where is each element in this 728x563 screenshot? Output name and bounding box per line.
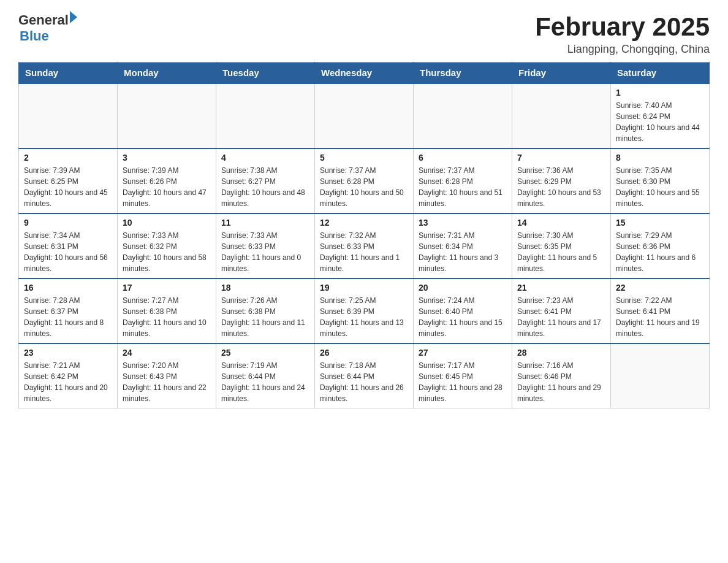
day-info: Sunrise: 7:31 AMSunset: 6:34 PMDaylight:… <box>419 230 507 274</box>
calendar-week-row: 2Sunrise: 7:39 AMSunset: 6:25 PMDaylight… <box>19 148 710 213</box>
calendar-day-cell: 23Sunrise: 7:21 AMSunset: 6:42 PMDayligh… <box>19 343 118 408</box>
day-info: Sunrise: 7:19 AMSunset: 6:44 PMDaylight:… <box>221 360 309 404</box>
day-number: 13 <box>419 218 507 228</box>
day-info: Sunrise: 7:38 AMSunset: 6:27 PMDaylight:… <box>221 165 309 209</box>
calendar-subtitle: Liangping, Chongqing, China <box>535 43 710 56</box>
calendar-day-cell: 5Sunrise: 7:37 AMSunset: 6:28 PMDaylight… <box>315 148 414 213</box>
calendar-day-cell: 27Sunrise: 7:17 AMSunset: 6:45 PMDayligh… <box>414 343 512 408</box>
calendar-day-cell: 8Sunrise: 7:35 AMSunset: 6:30 PMDaylight… <box>611 148 710 213</box>
day-of-week-header: Thursday <box>414 63 512 84</box>
day-number: 1 <box>616 88 704 98</box>
day-info: Sunrise: 7:39 AMSunset: 6:25 PMDaylight:… <box>24 165 112 209</box>
day-info: Sunrise: 7:34 AMSunset: 6:31 PMDaylight:… <box>24 230 112 274</box>
day-number: 8 <box>616 153 704 163</box>
day-of-week-header: Friday <box>512 63 611 84</box>
logo-general-text: General <box>18 12 69 28</box>
day-number: 18 <box>221 283 309 293</box>
day-number: 21 <box>517 283 605 293</box>
calendar-day-cell: 20Sunrise: 7:24 AMSunset: 6:40 PMDayligh… <box>414 278 512 343</box>
calendar-title-block: February 2025 Liangping, Chongqing, Chin… <box>535 12 710 56</box>
day-info: Sunrise: 7:24 AMSunset: 6:40 PMDaylight:… <box>419 295 507 339</box>
day-info: Sunrise: 7:40 AMSunset: 6:24 PMDaylight:… <box>616 100 704 144</box>
day-of-week-header: Tuesday <box>216 63 315 84</box>
day-number: 10 <box>123 218 211 228</box>
calendar-day-cell: 19Sunrise: 7:25 AMSunset: 6:39 PMDayligh… <box>315 278 414 343</box>
day-info: Sunrise: 7:17 AMSunset: 6:45 PMDaylight:… <box>419 360 507 404</box>
calendar-title: February 2025 <box>535 12 710 42</box>
day-info: Sunrise: 7:25 AMSunset: 6:39 PMDaylight:… <box>320 295 408 339</box>
calendar-day-cell: 16Sunrise: 7:28 AMSunset: 6:37 PMDayligh… <box>19 278 118 343</box>
day-number: 25 <box>221 348 309 358</box>
calendar-day-cell: 10Sunrise: 7:33 AMSunset: 6:32 PMDayligh… <box>118 213 216 278</box>
day-number: 28 <box>517 348 605 358</box>
day-of-week-header: Wednesday <box>315 63 414 84</box>
calendar-day-cell <box>216 83 315 148</box>
day-number: 22 <box>616 283 704 293</box>
calendar-day-cell: 26Sunrise: 7:18 AMSunset: 6:44 PMDayligh… <box>315 343 414 408</box>
day-number: 17 <box>123 283 211 293</box>
calendar-day-cell <box>611 343 710 408</box>
calendar-day-cell: 4Sunrise: 7:38 AMSunset: 6:27 PMDaylight… <box>216 148 315 213</box>
day-number: 15 <box>616 218 704 228</box>
day-info: Sunrise: 7:18 AMSunset: 6:44 PMDaylight:… <box>320 360 408 404</box>
calendar-day-cell <box>414 83 512 148</box>
calendar-day-cell: 1Sunrise: 7:40 AMSunset: 6:24 PMDaylight… <box>611 83 710 148</box>
day-info: Sunrise: 7:37 AMSunset: 6:28 PMDaylight:… <box>419 165 507 209</box>
calendar-day-cell: 11Sunrise: 7:33 AMSunset: 6:33 PMDayligh… <box>216 213 315 278</box>
day-number: 7 <box>517 153 605 163</box>
day-of-week-header: Saturday <box>611 63 710 84</box>
calendar-day-cell: 15Sunrise: 7:29 AMSunset: 6:36 PMDayligh… <box>611 213 710 278</box>
day-info: Sunrise: 7:27 AMSunset: 6:38 PMDaylight:… <box>123 295 211 339</box>
day-number: 24 <box>123 348 211 358</box>
page-header: General Blue February 2025 Liangping, Ch… <box>18 12 710 56</box>
day-info: Sunrise: 7:35 AMSunset: 6:30 PMDaylight:… <box>616 165 704 209</box>
day-number: 11 <box>221 218 309 228</box>
day-number: 27 <box>419 348 507 358</box>
day-number: 6 <box>419 153 507 163</box>
day-number: 5 <box>320 153 408 163</box>
calendar-day-cell <box>512 83 611 148</box>
day-of-week-header: Sunday <box>19 63 118 84</box>
day-number: 19 <box>320 283 408 293</box>
calendar-day-cell: 24Sunrise: 7:20 AMSunset: 6:43 PMDayligh… <box>118 343 216 408</box>
day-info: Sunrise: 7:28 AMSunset: 6:37 PMDaylight:… <box>24 295 112 339</box>
day-number: 2 <box>24 153 112 163</box>
calendar-day-cell <box>118 83 216 148</box>
calendar-day-cell: 25Sunrise: 7:19 AMSunset: 6:44 PMDayligh… <box>216 343 315 408</box>
calendar-day-cell: 12Sunrise: 7:32 AMSunset: 6:33 PMDayligh… <box>315 213 414 278</box>
calendar-day-cell: 6Sunrise: 7:37 AMSunset: 6:28 PMDaylight… <box>414 148 512 213</box>
calendar-week-row: 1Sunrise: 7:40 AMSunset: 6:24 PMDaylight… <box>19 83 710 148</box>
logo: General Blue <box>18 12 77 44</box>
calendar-day-cell: 17Sunrise: 7:27 AMSunset: 6:38 PMDayligh… <box>118 278 216 343</box>
day-info: Sunrise: 7:39 AMSunset: 6:26 PMDaylight:… <box>123 165 211 209</box>
calendar-week-row: 16Sunrise: 7:28 AMSunset: 6:37 PMDayligh… <box>19 278 710 343</box>
calendar-day-cell: 21Sunrise: 7:23 AMSunset: 6:41 PMDayligh… <box>512 278 611 343</box>
calendar-day-cell: 3Sunrise: 7:39 AMSunset: 6:26 PMDaylight… <box>118 148 216 213</box>
day-number: 3 <box>123 153 211 163</box>
day-info: Sunrise: 7:33 AMSunset: 6:33 PMDaylight:… <box>221 230 309 274</box>
calendar-day-cell: 18Sunrise: 7:26 AMSunset: 6:38 PMDayligh… <box>216 278 315 343</box>
day-info: Sunrise: 7:32 AMSunset: 6:33 PMDaylight:… <box>320 230 408 274</box>
day-info: Sunrise: 7:23 AMSunset: 6:41 PMDaylight:… <box>517 295 605 339</box>
calendar-day-cell: 9Sunrise: 7:34 AMSunset: 6:31 PMDaylight… <box>19 213 118 278</box>
day-number: 20 <box>419 283 507 293</box>
calendar-day-cell <box>315 83 414 148</box>
day-number: 16 <box>24 283 112 293</box>
day-info: Sunrise: 7:21 AMSunset: 6:42 PMDaylight:… <box>24 360 112 404</box>
calendar-day-cell <box>19 83 118 148</box>
logo-blue-text: Blue <box>20 28 77 44</box>
day-info: Sunrise: 7:36 AMSunset: 6:29 PMDaylight:… <box>517 165 605 209</box>
calendar-header: SundayMondayTuesdayWednesdayThursdayFrid… <box>19 63 710 84</box>
calendar-day-cell: 28Sunrise: 7:16 AMSunset: 6:46 PMDayligh… <box>512 343 611 408</box>
day-info: Sunrise: 7:26 AMSunset: 6:38 PMDaylight:… <box>221 295 309 339</box>
day-info: Sunrise: 7:30 AMSunset: 6:35 PMDaylight:… <box>517 230 605 274</box>
day-info: Sunrise: 7:33 AMSunset: 6:32 PMDaylight:… <box>123 230 211 274</box>
calendar-body: 1Sunrise: 7:40 AMSunset: 6:24 PMDaylight… <box>19 83 710 408</box>
day-of-week-header: Monday <box>118 63 216 84</box>
day-info: Sunrise: 7:29 AMSunset: 6:36 PMDaylight:… <box>616 230 704 274</box>
calendar-day-cell: 7Sunrise: 7:36 AMSunset: 6:29 PMDaylight… <box>512 148 611 213</box>
day-number: 23 <box>24 348 112 358</box>
calendar-week-row: 9Sunrise: 7:34 AMSunset: 6:31 PMDaylight… <box>19 213 710 278</box>
calendar-day-cell: 13Sunrise: 7:31 AMSunset: 6:34 PMDayligh… <box>414 213 512 278</box>
day-number: 14 <box>517 218 605 228</box>
